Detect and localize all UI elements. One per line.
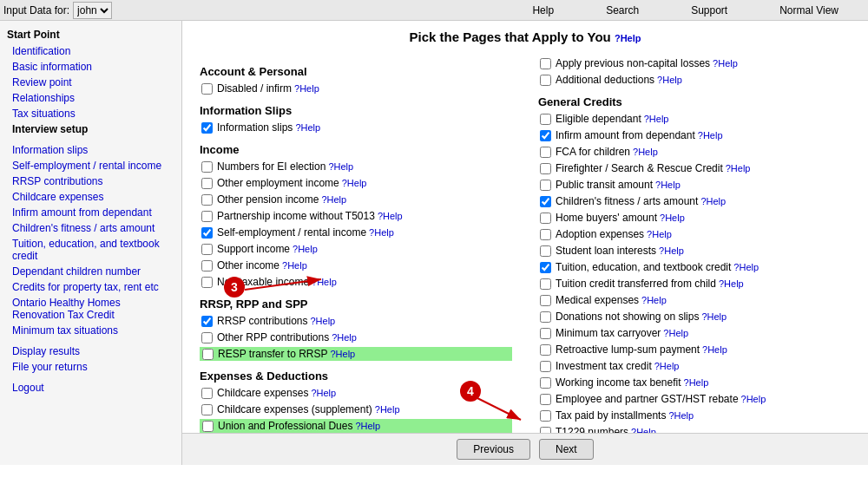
- sidebar-item-infirm[interactable]: Infirm amount from dependant: [0, 205, 181, 220]
- help-retroactive-lump[interactable]: ?Help: [702, 344, 727, 355]
- help-non-capital-losses[interactable]: ?Help: [713, 58, 738, 69]
- cb-infirm-from-dependant[interactable]: [540, 130, 551, 141]
- cb-public-transit[interactable]: [540, 180, 551, 191]
- help-other-pension[interactable]: ?Help: [321, 194, 346, 205]
- cb-ei[interactable]: [201, 161, 213, 173]
- help-ei[interactable]: ?Help: [328, 161, 353, 172]
- help-t1229[interactable]: ?Help: [631, 427, 656, 433]
- help-gst-hst[interactable]: ?Help: [741, 394, 766, 404]
- sidebar-item-minimum-tax[interactable]: Minimum tax situations: [0, 323, 181, 338]
- cb-non-capital-losses[interactable]: [540, 58, 551, 69]
- help-medical[interactable]: ?Help: [641, 295, 667, 305]
- help-rrsp-contributions[interactable]: ?Help: [311, 316, 336, 326]
- sidebar-item-rrsp[interactable]: RRSP contributions: [0, 173, 181, 189]
- cb-other-pension[interactable]: [201, 194, 213, 206]
- cb-firefighter[interactable]: [540, 163, 551, 174]
- help-tuition-transferred[interactable]: ?Help: [719, 278, 744, 289]
- sidebar-item-tuition[interactable]: Tuition, education, and textbook credit: [0, 236, 181, 264]
- help-other-employment[interactable]: ?Help: [342, 178, 367, 188]
- cb-gst-hst[interactable]: [540, 394, 551, 405]
- cb-self-employment[interactable]: [201, 227, 213, 239]
- cb-other-income[interactable]: [201, 260, 213, 271]
- help-eligible-dependant[interactable]: ?Help: [644, 114, 669, 124]
- help-non-taxable[interactable]: ?Help: [312, 277, 337, 287]
- cb-resp-transfer[interactable]: [202, 349, 214, 360]
- cb-min-tax-carryover[interactable]: [540, 328, 551, 339]
- help-home-buyers[interactable]: ?Help: [660, 213, 685, 223]
- sidebar-item-basic-info[interactable]: Basic information: [0, 59, 181, 75]
- help-disabled-infirm[interactable]: ?Help: [294, 83, 319, 94]
- cb-working-income[interactable]: [540, 377, 551, 389]
- user-select[interactable]: john: [73, 2, 112, 19]
- help-childcare-supplement[interactable]: ?Help: [375, 404, 400, 415]
- sidebar-item-file-returns[interactable]: File your returns: [0, 359, 181, 375]
- help-fca-children[interactable]: ?Help: [633, 147, 658, 157]
- cb-donations[interactable]: [540, 311, 551, 323]
- help-info-slips[interactable]: ?Help: [295, 122, 320, 133]
- cb-childrens-fitness-right[interactable]: [540, 196, 551, 207]
- help-additional-deductions[interactable]: ?Help: [657, 75, 682, 85]
- cb-tax-installments[interactable]: [540, 410, 551, 422]
- sidebar-item-dependant-children[interactable]: Dependant children number: [0, 264, 181, 279]
- cb-retroactive-lump[interactable]: [540, 344, 551, 356]
- sidebar-item-identification[interactable]: Identification: [0, 43, 181, 59]
- sidebar-item-property-tax[interactable]: Credits for property tax, rent etc: [0, 279, 181, 295]
- help-partnership[interactable]: ?Help: [378, 211, 403, 221]
- nav-help[interactable]: Help: [532, 4, 554, 16]
- cb-tuition-credit[interactable]: [540, 262, 551, 273]
- help-infirm-from-dependant[interactable]: ?Help: [698, 130, 723, 141]
- help-other-rpp[interactable]: ?Help: [332, 332, 357, 343]
- cb-fca-children[interactable]: [540, 147, 551, 158]
- help-min-tax-carryover[interactable]: ?Help: [663, 328, 688, 338]
- sidebar-item-childrens-fitness[interactable]: Children's fitness / arts amount: [0, 220, 181, 236]
- sidebar-item-info-slips[interactable]: Information slips: [0, 142, 181, 158]
- previous-button[interactable]: Previous: [457, 439, 530, 460]
- sidebar-item-display-results[interactable]: Display results: [0, 343, 181, 359]
- help-childcare-expenses[interactable]: ?Help: [311, 388, 336, 398]
- cb-other-employment[interactable]: [201, 178, 213, 189]
- next-button[interactable]: Next: [539, 439, 594, 460]
- cb-disabled-infirm[interactable]: [201, 83, 213, 95]
- help-childrens-fitness-right[interactable]: ?Help: [700, 196, 726, 206]
- cb-rrsp-contributions[interactable]: [201, 316, 213, 327]
- cb-additional-deductions[interactable]: [540, 75, 551, 86]
- help-tax-installments[interactable]: ?Help: [668, 410, 694, 421]
- cb-childcare-supplement[interactable]: [201, 404, 213, 415]
- cb-investment-tax[interactable]: [540, 361, 551, 372]
- sidebar-item-tax-situations[interactable]: Tax situations: [0, 106, 181, 121]
- cb-union-dues[interactable]: [202, 421, 214, 432]
- help-self-employment[interactable]: ?Help: [369, 227, 394, 238]
- help-tuition-credit[interactable]: ?Help: [733, 262, 759, 272]
- sidebar-item-interview-setup[interactable]: Interview setup: [0, 121, 181, 137]
- sidebar-item-review[interactable]: Review point: [0, 75, 181, 90]
- cb-adoption[interactable]: [540, 229, 551, 240]
- cb-other-rpp[interactable]: [201, 332, 213, 343]
- help-union-dues[interactable]: ?Help: [355, 421, 380, 431]
- cb-info-slips[interactable]: [201, 122, 213, 134]
- sidebar-item-relationships[interactable]: Relationships: [0, 90, 181, 106]
- help-adoption[interactable]: ?Help: [647, 229, 672, 239]
- help-resp-transfer[interactable]: ?Help: [331, 349, 356, 359]
- sidebar-item-logout[interactable]: Logout: [0, 380, 181, 396]
- cb-support-income[interactable]: [201, 244, 213, 255]
- cb-non-taxable[interactable]: [201, 277, 213, 288]
- nav-normal-view[interactable]: Normal View: [779, 4, 838, 16]
- page-title-help[interactable]: ?Help: [615, 33, 641, 43]
- cb-childcare-expenses[interactable]: [201, 388, 213, 399]
- cb-partnership[interactable]: [201, 211, 213, 222]
- help-student-loan[interactable]: ?Help: [659, 245, 684, 256]
- cb-medical[interactable]: [540, 295, 551, 306]
- cb-t1229[interactable]: [540, 427, 551, 434]
- help-firefighter[interactable]: ?Help: [726, 163, 751, 173]
- sidebar-item-ontario-healthy[interactable]: Ontario Healthy Homes Renovation Tax Cre…: [0, 295, 181, 323]
- cb-student-loan[interactable]: [540, 245, 551, 257]
- cb-eligible-dependant[interactable]: [540, 114, 551, 125]
- sidebar-item-childcare[interactable]: Childcare expenses: [0, 189, 181, 205]
- cb-tuition-transferred[interactable]: [540, 278, 551, 290]
- help-public-transit[interactable]: ?Help: [655, 180, 681, 190]
- help-other-income[interactable]: ?Help: [282, 260, 307, 271]
- sidebar-item-self-employment[interactable]: Self-employment / rental income: [0, 158, 181, 173]
- help-working-income[interactable]: ?Help: [684, 377, 709, 388]
- help-investment-tax[interactable]: ?Help: [654, 361, 680, 371]
- cb-home-buyers[interactable]: [540, 213, 551, 224]
